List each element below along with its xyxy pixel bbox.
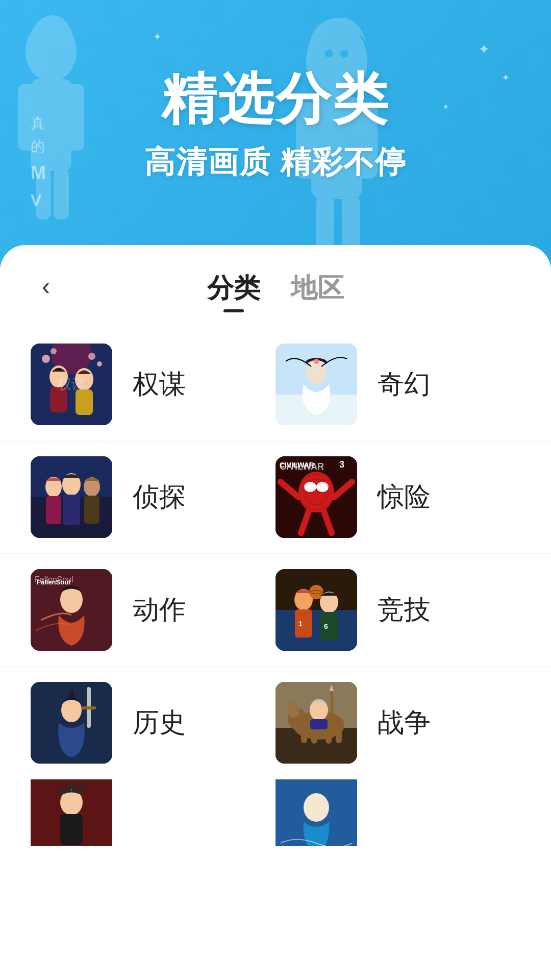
label-lishi: 历史 [133,705,186,741]
tab-diqu[interactable]: 地区 [291,271,344,312]
content-card: ‹ 分类 地区 [0,245,551,980]
svg-text:3: 3 [339,459,344,470]
tab-fenlei[interactable]: 分类 [207,271,260,312]
thumb-jingji: 1 6 [276,569,357,651]
svg-point-18 [75,368,93,390]
svg-point-23 [97,361,102,366]
thumb-partial-right [276,779,357,846]
svg-rect-11 [66,84,84,151]
svg-point-21 [51,348,57,354]
svg-point-6 [325,50,333,58]
svg-rect-14 [31,344,112,425]
svg-point-15 [51,344,92,374]
category-row-3: FallenSoul 动作 [0,554,551,667]
category-jingji[interactable]: 1 6 竞技 [276,569,520,651]
thumb-zhentan [31,456,112,538]
category-jingxian[interactable]: CIVILWAR 3 惊险 [276,456,520,538]
svg-point-63 [309,585,323,599]
thumb-partial-left [31,779,112,846]
svg-rect-17 [50,387,67,412]
category-row-2: 侦探 [0,441,551,554]
thumb-dongzuo: FallenSoul [31,569,112,651]
label-qihuan: 奇幻 [378,366,431,402]
category-row-5-partial [0,779,551,846]
svg-rect-19 [76,389,93,415]
label-jingji: 竞技 [378,592,431,628]
svg-rect-32 [46,496,61,524]
thumb-qihuan [276,344,357,425]
category-quanmou[interactable]: 权谋 [31,344,276,425]
svg-point-28 [314,359,319,364]
svg-point-41 [316,482,329,492]
label-zhentan: 侦探 [133,479,186,515]
svg-rect-56 [276,610,357,651]
thumb-zhanzhen [276,682,357,764]
svg-rect-13 [54,168,69,219]
hero-title-main: 精选分类 [144,62,407,137]
label-zhanzhen: 战争 [378,705,431,741]
hero-title: 精选分类 高清画质 精彩不停 [144,62,407,183]
svg-rect-36 [84,496,99,524]
thumb-jingxian: CIVILWAR 3 [276,456,357,538]
category-zhentan[interactable]: 侦探 [31,456,276,538]
tabs-container: 分类 地区 [207,271,344,312]
star-decoration-2: ✦ [502,71,510,84]
svg-rect-77 [336,720,342,743]
manga-side-text: 真 的 M V [31,112,46,213]
svg-rect-69 [70,690,73,698]
label-jingxian: 惊险 [378,479,431,515]
svg-rect-81 [310,719,328,729]
svg-point-7 [340,50,348,58]
svg-text:1: 1 [298,620,303,628]
svg-rect-34 [63,495,80,525]
thumb-lishi [31,682,112,764]
label-dongzuo: 动作 [133,592,186,628]
category-row-4: 历史 [0,667,551,779]
svg-point-90 [304,793,329,822]
star-decoration: ✦ [478,41,490,58]
svg-text:FallenSoul: FallenSoul [37,578,70,586]
svg-point-22 [88,353,95,360]
svg-rect-87 [60,814,83,845]
label-quanmou: 权谋 [133,366,186,402]
star-decoration-4: ✦ [442,102,449,112]
star-decoration-3: ✦ [153,31,162,43]
back-button[interactable]: ‹ [31,271,61,301]
category-dongzuo[interactable]: FallenSoul 动作 [31,569,276,651]
svg-point-16 [49,365,68,388]
category-qihuan[interactable]: 奇幻 [276,344,520,425]
svg-point-40 [304,482,316,492]
hero-section: ✦ ✦ ✦ ✦ 真 的 M V 精选分类 高清画质 精彩不停 [0,0,551,265]
category-partial-right[interactable] [276,779,520,846]
svg-text:CIVILWAR: CIVILWAR [280,461,314,469]
tab-navigation: ‹ 分类 地区 [0,245,551,328]
category-partial-left[interactable] [31,779,276,846]
svg-rect-67 [82,706,96,709]
back-icon: ‹ [42,272,50,300]
svg-rect-82 [331,687,333,738]
thumb-quanmou [31,344,112,425]
category-list: 权谋 [0,328,551,846]
hero-title-sub: 高清画质 精彩不停 [144,142,407,183]
category-lishi[interactable]: 历史 [31,682,276,764]
svg-rect-61 [320,612,338,640]
svg-point-20 [42,355,50,363]
svg-rect-58 [295,609,312,638]
svg-point-79 [287,702,299,718]
category-zhanzhen[interactable]: 战争 [276,682,520,764]
svg-text:6: 6 [324,622,328,630]
category-row-1: 权谋 [0,328,551,441]
